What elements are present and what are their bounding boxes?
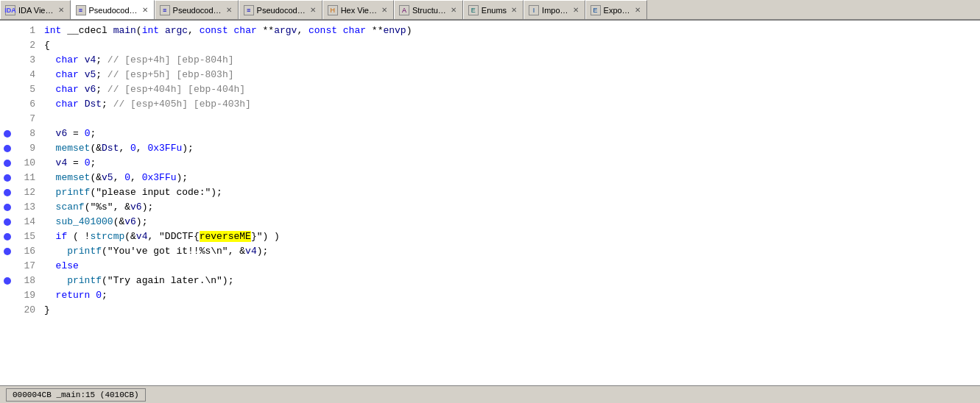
code-line-content-8: v6 = 0; (41, 126, 980, 141)
hex-tab-icon: H (328, 5, 338, 15)
code-line-content-1: int __cdecl main(int argc, const char **… (41, 24, 980, 38)
tab-label-pseudo2: Pseudocod… (173, 6, 222, 15)
tab-pseudo1[interactable]: ≡Pseudocod…✕ (71, 0, 155, 21)
code-line-20: 20} (0, 303, 980, 318)
line-number-4: 4 (15, 68, 41, 82)
tab-close-hex[interactable]: ✕ (380, 6, 389, 14)
code-line-12: 12 printf("please input code:"); (0, 185, 980, 200)
code-line-content-6: char Dst; // [esp+405h] [ebp-403h] (41, 97, 980, 112)
line-dot-11 (0, 174, 15, 182)
tab-export[interactable]: EExpo…✕ (585, 0, 647, 19)
code-area[interactable]: 1int __cdecl main(int argc, const char *… (0, 21, 980, 385)
breakpoint-dot-9[interactable] (4, 145, 11, 152)
code-line-2: 2{ (0, 38, 980, 53)
code-line-content-16: printf("You've got it!!%s\n", &v4); (41, 244, 980, 259)
line-dot-9 (0, 145, 15, 152)
line-dot-16 (0, 248, 15, 255)
struct-tab-icon: A (399, 5, 409, 15)
code-line-content-20: } (41, 303, 980, 318)
tab-close-pseudo1[interactable]: ✕ (141, 6, 149, 14)
tab-label-import: Impo… (542, 6, 568, 15)
breakpoint-dot-15[interactable] (4, 233, 11, 240)
line-number-15: 15 (15, 229, 41, 244)
line-number-9: 9 (15, 141, 41, 156)
line-dot-15 (0, 233, 15, 240)
tab-label-export: Expo… (604, 6, 630, 15)
line-number-2: 2 (15, 38, 41, 53)
code-line-content-14: sub_401000(&v6); (41, 215, 980, 229)
line-number-5: 5 (15, 82, 41, 97)
import-tab-icon: I (529, 5, 539, 15)
code-line-content-3: char v4; // [esp+4h] [ebp-804h] (41, 53, 980, 68)
code-line-content-12: printf("please input code:"); (41, 185, 980, 200)
code-line-content-17: else (41, 259, 980, 274)
tab-hex[interactable]: HHex Vie…✕ (322, 0, 394, 19)
main-content: 1int __cdecl main(int argc, const char *… (0, 21, 980, 385)
code-line-content-5: char v6; // [esp+404h] [ebp-404h] (41, 82, 980, 97)
line-number-12: 12 (15, 185, 41, 200)
code-line-7: 7 (0, 112, 980, 126)
tab-import[interactable]: IImpo…✕ (524, 0, 585, 19)
line-number-16: 16 (15, 244, 41, 259)
pseudo-tab-icon: ≡ (76, 5, 86, 15)
breakpoint-dot-12[interactable] (4, 189, 11, 196)
breakpoint-dot-13[interactable] (4, 204, 11, 211)
line-number-13: 13 (15, 200, 41, 215)
tab-pseudo2[interactable]: ≡Pseudocod…✕ (155, 0, 239, 19)
line-number-3: 3 (15, 53, 41, 68)
line-number-7: 7 (15, 112, 41, 126)
code-line-content-9: memset(&Dst, 0, 0x3FFu); (41, 141, 980, 156)
breakpoint-dot-14[interactable] (4, 218, 11, 226)
code-line-18: 18 printf("Try again later.\n"); (0, 274, 980, 288)
line-number-6: 6 (15, 97, 41, 112)
code-line-5: 5 char v6; // [esp+404h] [ebp-404h] (0, 82, 980, 97)
tab-close-ida[interactable]: ✕ (57, 6, 66, 14)
code-line-content-2: { (41, 38, 980, 53)
line-number-20: 20 (15, 303, 41, 318)
tab-close-export[interactable]: ✕ (633, 6, 642, 14)
code-line-3: 3 char v4; // [esp+4h] [ebp-804h] (0, 53, 980, 68)
code-line-content-18: printf("Try again later.\n"); (41, 274, 980, 288)
tab-close-enum[interactable]: ✕ (510, 6, 518, 14)
tab-close-struct[interactable]: ✕ (449, 6, 458, 14)
tab-struct[interactable]: AStructu…✕ (394, 0, 463, 19)
pseudo-tab-icon: ≡ (160, 5, 170, 15)
line-number-1: 1 (15, 24, 41, 38)
line-dot-13 (0, 204, 15, 211)
line-dot-8 (0, 130, 15, 138)
breakpoint-dot-11[interactable] (4, 174, 11, 182)
code-line-6: 6 char Dst; // [esp+405h] [ebp-403h] (0, 97, 980, 112)
tab-close-pseudo3[interactable]: ✕ (309, 6, 317, 14)
code-line-13: 13 scanf("%s", &v6); (0, 200, 980, 215)
breakpoint-dot-18[interactable] (4, 277, 11, 285)
line-number-11: 11 (15, 171, 41, 185)
line-number-17: 17 (15, 259, 41, 274)
tab-label-ida: IDA Vie… (18, 6, 54, 15)
code-line-1: 1int __cdecl main(int argc, const char *… (0, 24, 980, 38)
code-line-4: 4 char v5; // [esp+5h] [ebp-803h] (0, 68, 980, 82)
code-line-8: 8 v6 = 0; (0, 126, 980, 141)
status-address: 000004CB _main:15 (4010CB) (6, 388, 146, 402)
tab-close-import[interactable]: ✕ (571, 6, 580, 14)
pseudo-tab-icon: ≡ (244, 5, 254, 15)
line-number-10: 10 (15, 156, 41, 171)
code-line-17: 17 else (0, 259, 980, 274)
code-line-content-19: return 0; (41, 288, 980, 303)
line-dot-14 (0, 218, 15, 226)
line-dot-10 (0, 160, 15, 167)
tab-pseudo3[interactable]: ≡Pseudocod…✕ (239, 0, 322, 19)
code-line-15: 15 if ( !strcmp(&v4, "DDCTF{reverseME}")… (0, 229, 980, 244)
breakpoint-dot-10[interactable] (4, 160, 11, 167)
line-number-19: 19 (15, 288, 41, 303)
tab-ida[interactable]: IDAIDA Vie…✕ (0, 0, 71, 19)
tab-label-pseudo1: Pseudocod… (89, 6, 138, 15)
code-line-content-4: char v5; // [esp+5h] [ebp-803h] (41, 68, 980, 82)
line-dot-12 (0, 189, 15, 196)
code-line-content-13: scanf("%s", &v6); (41, 200, 980, 215)
code-line-content-10: v4 = 0; (41, 156, 980, 171)
code-line-11: 11 memset(&v5, 0, 0x3FFu); (0, 171, 980, 185)
breakpoint-dot-16[interactable] (4, 248, 11, 255)
breakpoint-dot-8[interactable] (4, 130, 11, 138)
tab-enum[interactable]: EEnums✕ (463, 0, 524, 19)
tab-close-pseudo2[interactable]: ✕ (225, 6, 233, 14)
